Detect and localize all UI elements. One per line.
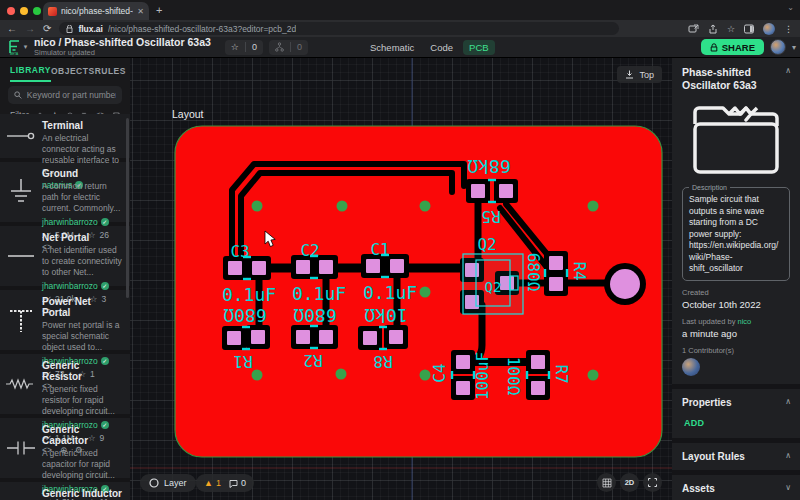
search-placeholder: Keyword or part number xyxy=(27,90,116,100)
svg-text:C1: C1 xyxy=(370,240,389,259)
assets-panel: Assets ∨ xyxy=(672,475,800,500)
verified-icon: ✓ xyxy=(101,282,109,290)
view-mode-button[interactable]: 2D xyxy=(620,473,639,492)
flux-logo[interactable]: BETA ▾ xyxy=(0,39,34,55)
item-author[interactable]: jharwinbarrozo xyxy=(42,281,98,291)
browser-menu-icon[interactable]: ⋮ xyxy=(784,24,793,34)
layer-top-button[interactable]: Top xyxy=(617,66,662,83)
url-domain: flux.ai xyxy=(78,24,103,34)
window-controls[interactable] xyxy=(7,7,41,15)
window-minimize-button[interactable] xyxy=(20,7,28,15)
created-label: Created xyxy=(682,288,790,297)
sidebar-scrollbar[interactable] xyxy=(126,118,129,298)
tab-library[interactable]: LIBRARY xyxy=(10,59,51,82)
add-property-button[interactable]: ADD xyxy=(684,418,790,428)
pcb-board[interactable]: C3C2C10.1uF0.1uF0.1uF680Ω680Ω10kΩR1R2R86… xyxy=(130,58,672,500)
window-close-button[interactable] xyxy=(7,7,15,15)
tab-objects[interactable]: OBJECTS xyxy=(51,60,95,81)
address-bar[interactable]: flux.ai /nico/phase-shifted-oscillator-6… xyxy=(59,22,619,35)
search-input[interactable]: Keyword or part number xyxy=(8,86,122,104)
tab-code[interactable]: Code xyxy=(424,40,459,55)
svg-text:R8: R8 xyxy=(373,352,392,371)
list-item-power-net-portal[interactable]: Power Net Portal Power net portal is a s… xyxy=(0,290,130,350)
star-count-button[interactable]: ☆ 0 xyxy=(225,40,263,55)
svg-text:100uF: 100uF xyxy=(473,352,492,400)
avatar-caret-icon[interactable]: ▾ xyxy=(792,43,796,52)
updated-by[interactable]: nico xyxy=(737,317,751,326)
item-description: A common return path for electric curren… xyxy=(42,181,122,214)
side-panel-icon[interactable] xyxy=(744,24,754,34)
collapse-icon[interactable]: ∧ xyxy=(785,451,791,460)
browser-tab[interactable]: nico/phase-shifted-oscillator-6 ✕ xyxy=(43,2,149,20)
terminal-symbol-icon xyxy=(0,120,42,152)
collapse-icon[interactable]: ∧ xyxy=(785,397,791,406)
tab-rules[interactable]: RULES xyxy=(95,60,126,81)
item-title: Power Net Portal xyxy=(42,296,122,318)
expand-icon[interactable]: ∨ xyxy=(785,483,791,492)
resistor-symbol-icon xyxy=(0,360,42,408)
list-item-generic-capacitor[interactable]: Generic Capacitor A generic fixed capaci… xyxy=(0,418,130,478)
sidebar-tabs: LIBRARY OBJECTS RULES xyxy=(0,58,130,82)
grid-toggle-button[interactable] xyxy=(597,473,616,492)
back-icon[interactable]: ← xyxy=(7,24,17,34)
pcb-canvas[interactable]: C3C2C10.1uF0.1uF0.1uF680Ω680Ω10kΩR1R2R86… xyxy=(130,58,672,500)
item-author[interactable]: jharwinbarrozo xyxy=(42,217,98,227)
tab-close-icon[interactable]: ✕ xyxy=(137,7,144,16)
svg-text:C2: C2 xyxy=(300,241,319,260)
svg-text:0.1uF: 0.1uF xyxy=(222,284,276,305)
tab-schematic[interactable]: Schematic xyxy=(364,40,420,55)
list-item-generic-resistor[interactable]: Generic Resistor A generic fixed resisto… xyxy=(0,354,130,414)
user-avatar[interactable] xyxy=(770,39,786,55)
tab-search-icon[interactable]: ⌄ xyxy=(787,3,794,12)
item-description: Power net portal is a special schematic … xyxy=(42,320,122,353)
open-window-icon[interactable] xyxy=(688,24,699,34)
browser-tab-strip: nico/phase-shifted-oscillator-6 ✕ + ⌄ xyxy=(0,0,800,20)
app-header: BETA ▾ nico / Phase-shifted Oscillator 6… xyxy=(0,37,800,58)
star-icon: ☆ xyxy=(231,42,239,52)
item-description: A generic fixed capacitor for rapid deve… xyxy=(42,448,122,481)
svg-text:0.1uF: 0.1uF xyxy=(292,283,346,304)
item-title: Ground xyxy=(42,168,122,179)
layer-top-icon xyxy=(625,70,634,79)
svg-text:C3: C3 xyxy=(230,242,249,261)
layer-selector[interactable]: Layer xyxy=(140,474,196,492)
warning-count: 1 xyxy=(216,478,221,488)
fork-count: 0 xyxy=(290,42,302,52)
comment-icon xyxy=(229,479,238,488)
svg-text:R4: R4 xyxy=(570,261,589,280)
svg-text:R5: R5 xyxy=(481,207,500,226)
svg-text:0.1uF: 0.1uF xyxy=(363,282,417,303)
svg-text:R1: R1 xyxy=(233,352,252,371)
net-portal-symbol-icon xyxy=(0,232,42,280)
forward-icon[interactable]: → xyxy=(25,24,35,34)
bookmark-star-icon[interactable]: ☆ xyxy=(727,24,735,34)
reload-icon[interactable]: ⟳ xyxy=(43,24,51,34)
list-item-terminal[interactable]: Terminal An electrical connector acting … xyxy=(0,114,130,158)
new-tab-button[interactable]: + xyxy=(156,4,162,16)
fullscreen-button[interactable] xyxy=(643,473,662,492)
fork-count-button[interactable]: 0 xyxy=(269,40,308,55)
flux-logo-icon: BETA xyxy=(7,39,22,55)
main-content: LIBRARY OBJECTS RULES Keyword or part nu… xyxy=(0,58,800,500)
status-pill[interactable]: ▲1 0 xyxy=(196,474,254,492)
share-icon[interactable] xyxy=(708,24,718,34)
share-button[interactable]: SHARE xyxy=(701,39,764,55)
svg-text:C4: C4 xyxy=(430,363,449,382)
layer-label: Layer xyxy=(164,478,187,488)
warning-icon: ▲ xyxy=(204,478,213,488)
svg-text:100Ω: 100Ω xyxy=(504,357,523,396)
browser-profile-avatar[interactable] xyxy=(763,23,775,35)
svg-text:R7: R7 xyxy=(552,364,571,383)
svg-text:680Ω: 680Ω xyxy=(524,253,543,292)
collapse-icon[interactable]: ∧ xyxy=(785,66,791,75)
inductor-symbol-icon xyxy=(0,488,42,500)
window-zoom-button[interactable] xyxy=(33,7,41,15)
svg-text:68kΩ: 68kΩ xyxy=(467,156,511,177)
contributor-avatar[interactable] xyxy=(682,358,700,376)
svg-text:680Ω: 680Ω xyxy=(223,305,267,326)
project-sidebar: Phase-shifted Oscillator 63a3 ∧ Descript… xyxy=(672,58,800,500)
tab-pcb[interactable]: PCB xyxy=(463,40,495,55)
list-item-ground[interactable]: Ground A common return path for electric… xyxy=(0,162,130,222)
list-item-net-portal[interactable]: Net Portal A net identifier used to crea… xyxy=(0,226,130,286)
description-label: Description xyxy=(689,184,730,191)
